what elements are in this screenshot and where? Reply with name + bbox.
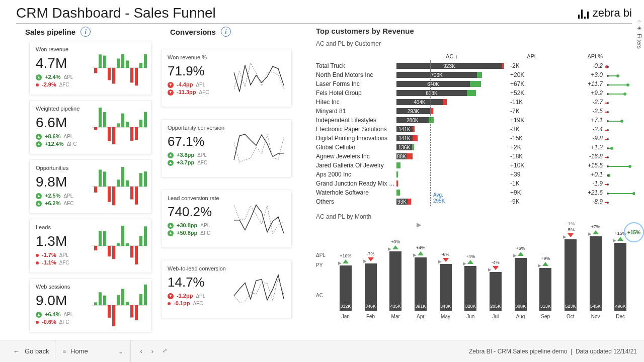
svg-rect-6 bbox=[117, 58, 120, 68]
delta-triangle-icon bbox=[593, 230, 599, 234]
month-column[interactable]: +10% 332K ▶ bbox=[334, 253, 357, 311]
svg-rect-7 bbox=[121, 54, 124, 68]
svg-rect-54 bbox=[99, 292, 102, 305]
table-row[interactable]: North End Motors Inc 706K +20K +3.0 bbox=[316, 70, 632, 79]
svg-rect-31 bbox=[112, 187, 115, 205]
info-icon[interactable]: i bbox=[80, 27, 91, 37]
svg-rect-29 bbox=[103, 171, 106, 187]
delta-triangle-icon bbox=[343, 259, 349, 263]
svg-point-68 bbox=[607, 66, 609, 68]
brand-logo: zebra bi bbox=[578, 7, 632, 20]
svg-rect-47 bbox=[126, 243, 129, 246]
info-icon[interactable]: i bbox=[221, 27, 231, 37]
svg-point-123 bbox=[632, 192, 635, 195]
conversion-card[interactable]: Opportunity conversion 67.1% ▲+3.8ppΔPL … bbox=[161, 119, 292, 177]
month-column[interactable]: -4% 285K ▶ bbox=[484, 260, 507, 311]
footer-bar: ←Go back ≡Home ⌄ ‹ › ⤢ Zebra BI - CRM Sa… bbox=[0, 340, 644, 362]
table-row[interactable]: Aps 2000 Inc +39 +0.1 bbox=[316, 170, 632, 179]
month-column[interactable]: +15% 496K ▶ bbox=[609, 231, 632, 311]
month-column[interactable]: -6% 343K ▶ bbox=[434, 252, 457, 311]
month-column[interactable]: +4% 391K ▶ bbox=[409, 245, 432, 311]
month-column[interactable]: +0% 435K ▶ bbox=[384, 239, 407, 311]
conversion-card[interactable]: Won revenue % 71.9% ▼-4.4ppΔPL ▼-11.3ppΔ… bbox=[161, 49, 292, 107]
svg-point-79 bbox=[623, 93, 626, 96]
svg-rect-58 bbox=[117, 295, 120, 305]
svg-point-111 bbox=[628, 165, 631, 168]
month-column[interactable]: +7% 545K ▶ bbox=[584, 224, 607, 311]
svg-point-92 bbox=[607, 120, 609, 122]
menu-icon: ≡ bbox=[62, 347, 65, 355]
svg-rect-36 bbox=[135, 187, 138, 205]
svg-point-75 bbox=[626, 83, 629, 86]
month-chart[interactable]: ▶ +15% +10% 332K ▶ -7% 346K ▶ +0% 435K ▶… bbox=[316, 225, 632, 311]
table-row[interactable]: Agnew Jewelers Inc 88K -18K -16.8 bbox=[316, 152, 632, 161]
col-dpl[interactable]: ΔPL bbox=[507, 53, 537, 59]
svg-rect-57 bbox=[112, 305, 115, 326]
svg-rect-2 bbox=[99, 54, 102, 68]
play-icon[interactable]: ▶ bbox=[417, 221, 421, 228]
by-month-subtitle: AC and PL by Month bbox=[316, 213, 632, 220]
filters-pane-toggle[interactable]: ‹ ◈ Filters bbox=[636, 20, 643, 49]
svg-rect-20 bbox=[121, 114, 124, 127]
month-column[interactable]: +4% 328K ▶ bbox=[459, 254, 482, 311]
svg-rect-9 bbox=[130, 68, 133, 82]
svg-rect-37 bbox=[139, 173, 142, 187]
table-row[interactable]: Minyard 81 293K -7K -2.5 bbox=[316, 107, 632, 116]
svg-point-100 bbox=[607, 138, 609, 140]
compress-icon[interactable]: ⤢ bbox=[163, 347, 167, 355]
top-customers-heading: Top customers by Revenue bbox=[316, 27, 632, 35]
pipeline-card[interactable]: Won revenue 4.7M ▲+2.4%ΔPL -2.9%ΔFC bbox=[29, 41, 152, 95]
svg-point-88 bbox=[607, 111, 609, 113]
svg-point-72 bbox=[607, 75, 609, 77]
svg-rect-18 bbox=[112, 127, 115, 144]
pipeline-card[interactable]: Opportunities 9.8M ▲+2.5%ΔPL ▲+6.2%ΔFC bbox=[29, 159, 152, 214]
table-row[interactable]: Digital Printing Innovations 141K -15K -… bbox=[316, 134, 632, 143]
table-row[interactable]: Hitec Inc 404K -11K -2.7 bbox=[316, 98, 632, 107]
table-row[interactable]: Independent Lifestyles 280K +19K +7.1 bbox=[316, 116, 632, 125]
svg-rect-60 bbox=[126, 302, 129, 305]
pipeline-card[interactable]: Web sessions 9.0M ▲+6.4%ΔPL -0.6%ΔFC bbox=[29, 278, 152, 332]
delta-triangle-icon bbox=[368, 257, 374, 261]
table-row[interactable]: Total Truck 923K -2K -0.2 bbox=[316, 61, 632, 70]
go-back-button[interactable]: ←Go back bbox=[7, 340, 55, 362]
col-dplp[interactable]: ΔPL% bbox=[537, 53, 603, 59]
conversion-card[interactable]: Lead conversion rate 740.2% ▲+30.8ppΔPL … bbox=[161, 190, 292, 248]
home-dropdown[interactable]: ≡Home ⌄ bbox=[55, 340, 131, 362]
delta-triangle-icon bbox=[418, 251, 424, 255]
table-row[interactable]: Jared Galleria Of Jewelry +10K +15.5 bbox=[316, 161, 632, 170]
svg-rect-63 bbox=[139, 294, 142, 305]
svg-rect-10 bbox=[135, 68, 138, 85]
svg-point-108 bbox=[607, 156, 609, 158]
nav-next-button[interactable]: › bbox=[151, 347, 153, 355]
month-column[interactable]: -7% 346K ▶ bbox=[359, 251, 382, 311]
variance-sparkbar bbox=[92, 164, 147, 209]
svg-rect-50 bbox=[139, 236, 142, 246]
col-ac[interactable]: AC ↓ bbox=[396, 53, 507, 59]
table-row[interactable]: Global Cellular 136K +2K +1.2 bbox=[316, 143, 632, 152]
svg-rect-30 bbox=[108, 187, 111, 202]
svg-point-96 bbox=[607, 129, 609, 131]
svg-rect-12 bbox=[144, 54, 147, 68]
table-row[interactable]: Waterhole Software +9K +21.6 bbox=[316, 188, 632, 197]
nav-prev-button[interactable]: ‹ bbox=[140, 347, 142, 355]
variance-sparkbar bbox=[92, 105, 147, 150]
table-row[interactable]: Electronic Paper Solutions 141K -3K -2.4 bbox=[316, 125, 632, 134]
svg-point-104 bbox=[607, 147, 609, 149]
table-row[interactable]: Grand Junction Ready Mix C... -1K -1.9 bbox=[316, 179, 632, 188]
svg-rect-33 bbox=[121, 167, 124, 187]
delta-triangle-icon bbox=[568, 233, 574, 237]
customer-table[interactable]: AC ↓ ΔPL ΔPL% Total Truck 923K -2K -0.2 … bbox=[316, 52, 632, 206]
svg-rect-8 bbox=[126, 60, 129, 68]
month-column[interactable]: -1% -5% 523K ▶ bbox=[559, 221, 582, 311]
pipeline-heading: Sales pipeline bbox=[25, 28, 75, 36]
pipeline-card[interactable]: Weighted pipeline 6.6M ▲+8.6%ΔPL ▲+12.4%… bbox=[29, 100, 152, 154]
pipeline-card[interactable]: Leads 1.3M -1.7%ΔPL -1.1%ΔFC bbox=[29, 219, 152, 273]
month-column[interactable]: +6% 388K ▶ bbox=[509, 246, 532, 311]
conversion-card[interactable]: Web-to-lead conversion 14.7% ▼-1.2ppΔPL … bbox=[161, 260, 292, 318]
table-row[interactable]: Others 93K -9K -8.9 bbox=[316, 197, 632, 206]
table-row[interactable]: Laser Forms Inc 640K +67K +11.7 bbox=[316, 79, 632, 88]
table-row[interactable]: Fels Hotel Group 613K +52K +9.2 bbox=[316, 88, 632, 98]
svg-rect-24 bbox=[139, 120, 142, 127]
month-column[interactable]: +9% 313K ▶ bbox=[534, 256, 557, 311]
svg-rect-44 bbox=[112, 246, 115, 259]
